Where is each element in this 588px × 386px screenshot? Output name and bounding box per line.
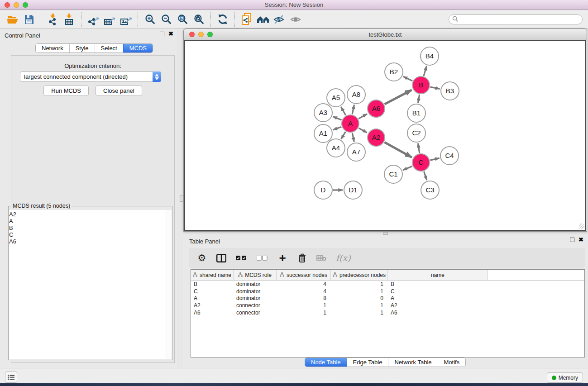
mcds-result-list: A2ABCA6 xyxy=(9,210,172,245)
add-column-icon[interactable]: + xyxy=(277,253,287,262)
table-panel-title: Table Panel xyxy=(189,238,220,245)
resize-grip-icon[interactable] xyxy=(579,224,584,229)
tab-network-table[interactable]: Network Table xyxy=(388,358,437,367)
import-table-icon[interactable] xyxy=(61,12,77,27)
column-header-name[interactable]: name xyxy=(388,270,488,280)
float-panel-icon[interactable] xyxy=(160,32,164,36)
table-row[interactable]: A6connector11A6 xyxy=(191,309,584,316)
edge-A-A5[interactable] xyxy=(341,107,345,115)
home-icon[interactable] xyxy=(255,12,271,27)
zoom-out-icon[interactable] xyxy=(158,12,174,27)
memory-label: Memory xyxy=(559,375,578,381)
network-view-window: testGlobe.txt B4B2BB3A5A8A6A3B1AA1C2A2A4… xyxy=(183,29,587,232)
run-mcds-button[interactable]: Run MCDS xyxy=(43,86,89,96)
delete-column-icon[interactable] xyxy=(297,253,307,262)
refresh-icon[interactable] xyxy=(215,12,231,27)
edge-C-C1[interactable] xyxy=(403,166,412,170)
open-file-icon[interactable] xyxy=(5,12,21,27)
column-header-successor-nodes[interactable]: successor nodes xyxy=(277,270,331,280)
table-cell: dominator xyxy=(234,281,277,287)
criterion-dropdown[interactable]: largest connected component (directed) xyxy=(20,71,161,82)
edge-B-B2[interactable] xyxy=(403,76,412,81)
hide-eye-icon[interactable] xyxy=(271,12,287,27)
import-network-icon[interactable] xyxy=(45,12,61,27)
search-box[interactable] xyxy=(449,14,583,24)
edge-A-A3[interactable] xyxy=(333,117,341,120)
column-header-predecessor-nodes[interactable]: predecessor nodes xyxy=(331,270,388,280)
close-panel-icon[interactable]: ✖ xyxy=(168,32,173,36)
edge-C-C2[interactable] xyxy=(418,143,419,153)
result-scrollbar[interactable] xyxy=(166,210,172,359)
search-input[interactable] xyxy=(460,16,579,23)
edge-A-A4[interactable] xyxy=(341,132,346,139)
function-builder-icon[interactable]: f(x) xyxy=(336,253,351,263)
attribute-type-icon xyxy=(280,272,284,278)
tab-node-table[interactable]: Node Table xyxy=(305,358,347,367)
mcds-result-item[interactable]: A6 xyxy=(9,238,172,245)
table-row[interactable]: Bdominator41B xyxy=(191,281,584,288)
edge-C-C3[interactable] xyxy=(424,172,427,180)
table-cell: A2 xyxy=(191,302,234,309)
zoom-fit-icon[interactable] xyxy=(174,12,191,27)
zoom-selected-icon[interactable] xyxy=(191,12,207,27)
tab-mcds[interactable]: MCDS xyxy=(123,44,153,52)
mcds-result-item[interactable]: A xyxy=(9,218,172,224)
task-history-button[interactable] xyxy=(5,372,17,383)
tab-network[interactable]: Network xyxy=(36,44,69,52)
gear-icon[interactable]: ⚙ xyxy=(197,253,207,263)
show-eye-icon[interactable] xyxy=(287,12,304,27)
table-cell: 1 xyxy=(331,310,388,316)
memory-button[interactable]: Memory xyxy=(547,372,583,383)
deselect-all-icon[interactable] xyxy=(257,256,268,261)
network-document-icon[interactable] xyxy=(239,12,255,27)
table-row[interactable]: A2connector11A2 xyxy=(191,302,584,309)
edge-A6-B[interactable] xyxy=(385,90,412,105)
edge-B-B3[interactable] xyxy=(430,87,440,89)
toolbar-separator xyxy=(210,12,211,27)
node-label-A7: A7 xyxy=(352,148,360,156)
mcds-result-item[interactable]: A2 xyxy=(9,211,172,218)
close-panel-button[interactable]: Close panel xyxy=(96,86,142,96)
network-graph: B4B2BB3A5A8A6A3B1AA1C2A2A4A7C4CC1C3DD1 xyxy=(185,41,586,231)
table-cell: 1 xyxy=(331,302,388,309)
table-cell: A xyxy=(388,295,488,301)
horizontal-split-handle[interactable] xyxy=(383,232,388,235)
node-label-A8: A8 xyxy=(352,91,360,98)
edge-A-A1[interactable] xyxy=(333,127,342,130)
tab-motifs[interactable]: Motifs xyxy=(438,358,466,367)
save-session-icon[interactable] xyxy=(21,12,37,27)
column-header-MCDS-role[interactable]: MCDS role xyxy=(234,270,277,280)
mcds-result-item[interactable]: B xyxy=(9,224,172,231)
edge-A-A7[interactable] xyxy=(352,133,354,142)
edge-A2-C[interactable] xyxy=(384,142,412,157)
tab-edge-table[interactable]: Edge Table xyxy=(347,358,388,367)
network-canvas[interactable]: B4B2BB3A5A8A6A3B1AA1C2A2A4A7C4CC1C3DD1 xyxy=(184,40,586,231)
main-toolbar xyxy=(0,10,588,29)
table-row[interactable]: Adominator80A xyxy=(191,295,584,302)
export-table-icon[interactable] xyxy=(101,12,118,27)
edge-A-A6[interactable] xyxy=(359,114,367,119)
edge-A-A8[interactable] xyxy=(352,105,354,114)
mcds-result-item[interactable]: C xyxy=(9,231,172,238)
column-view-icon[interactable] xyxy=(216,254,226,262)
column-header-shared-name[interactable]: shared name xyxy=(191,270,234,280)
tab-style[interactable]: Style xyxy=(69,44,95,52)
export-network-icon[interactable] xyxy=(85,12,101,27)
table-tabs: Node TableEdge TableNetwork TableMotifs xyxy=(305,357,466,367)
table-row[interactable]: Cdominator41C xyxy=(191,288,584,295)
export-image-icon[interactable] xyxy=(118,12,134,27)
table-float-panel-icon[interactable] xyxy=(570,238,574,242)
edge-A-A2[interactable] xyxy=(359,128,367,133)
table-close-panel-icon[interactable]: ✖ xyxy=(578,238,583,242)
delete-table-icon[interactable] xyxy=(316,255,326,261)
network-window-titlebar[interactable]: testGlobe.txt xyxy=(184,29,587,40)
tab-select[interactable]: Select xyxy=(95,44,123,52)
edge-B-B1[interactable] xyxy=(418,95,420,103)
desktop-background xyxy=(0,383,588,386)
select-all-icon[interactable] xyxy=(236,256,247,261)
zoom-in-icon[interactable] xyxy=(142,12,158,27)
vertical-split-handle[interactable] xyxy=(180,195,183,202)
edge-C-C4[interactable] xyxy=(430,158,439,160)
table-cell: dominator xyxy=(234,295,277,301)
edge-B-B4[interactable] xyxy=(424,66,426,76)
